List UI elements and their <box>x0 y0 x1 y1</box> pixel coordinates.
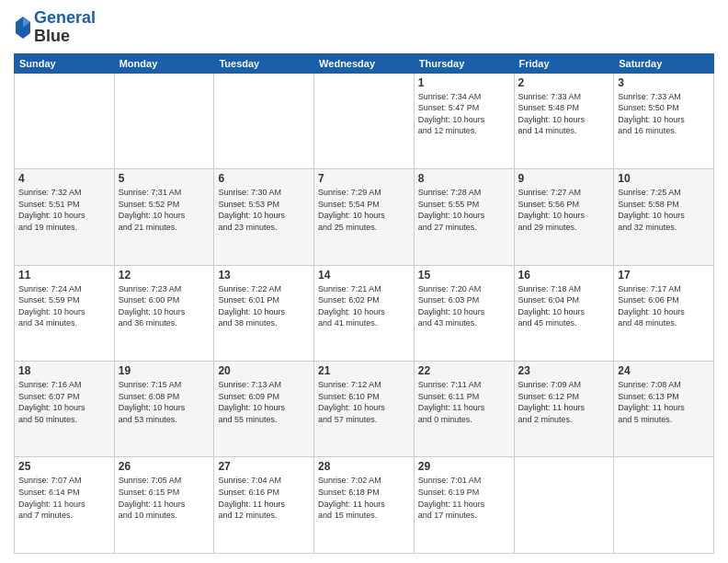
day-info: Sunrise: 7:08 AM Sunset: 6:13 PM Dayligh… <box>618 379 710 425</box>
day-number: 9 <box>518 172 610 185</box>
logo-icon <box>14 15 32 40</box>
weekday-header-wednesday: Wednesday <box>314 53 415 73</box>
calendar-cell: 16Sunrise: 7:18 AM Sunset: 6:04 PM Dayli… <box>514 265 614 361</box>
day-number: 17 <box>618 269 710 282</box>
calendar-cell: 5Sunrise: 7:31 AM Sunset: 5:52 PM Daylig… <box>114 169 214 265</box>
calendar-cell: 27Sunrise: 7:04 AM Sunset: 6:16 PM Dayli… <box>214 457 314 554</box>
calendar-cell: 10Sunrise: 7:25 AM Sunset: 5:58 PM Dayli… <box>614 169 714 265</box>
weekday-header-thursday: Thursday <box>414 53 514 73</box>
day-info: Sunrise: 7:13 AM Sunset: 6:09 PM Dayligh… <box>218 379 310 425</box>
day-number: 18 <box>18 364 110 377</box>
day-number: 12 <box>119 269 210 282</box>
page: General Blue SundayMondayTuesdayWednesda… <box>0 0 728 563</box>
calendar-cell: 13Sunrise: 7:22 AM Sunset: 6:01 PM Dayli… <box>214 265 314 361</box>
calendar-cell: 17Sunrise: 7:17 AM Sunset: 6:06 PM Dayli… <box>614 265 714 361</box>
day-info: Sunrise: 7:28 AM Sunset: 5:55 PM Dayligh… <box>418 187 510 233</box>
calendar-cell <box>214 73 314 168</box>
day-info: Sunrise: 7:21 AM Sunset: 6:02 PM Dayligh… <box>318 283 410 329</box>
calendar-cell: 22Sunrise: 7:11 AM Sunset: 6:11 PM Dayli… <box>414 362 514 457</box>
day-number: 13 <box>218 269 310 282</box>
calendar-cell: 25Sunrise: 7:07 AM Sunset: 6:14 PM Dayli… <box>15 457 115 554</box>
day-number: 26 <box>119 460 210 473</box>
day-info: Sunrise: 7:27 AM Sunset: 5:56 PM Dayligh… <box>518 187 610 233</box>
calendar-week-3: 11Sunrise: 7:24 AM Sunset: 5:59 PM Dayli… <box>15 265 714 361</box>
calendar-cell: 23Sunrise: 7:09 AM Sunset: 6:12 PM Dayli… <box>514 362 614 457</box>
calendar-cell <box>314 73 415 168</box>
calendar-cell: 29Sunrise: 7:01 AM Sunset: 6:19 PM Dayli… <box>414 457 514 554</box>
day-number: 5 <box>119 172 210 185</box>
day-info: Sunrise: 7:05 AM Sunset: 6:15 PM Dayligh… <box>119 475 210 521</box>
day-number: 29 <box>418 460 510 473</box>
calendar-cell: 15Sunrise: 7:20 AM Sunset: 6:03 PM Dayli… <box>414 265 514 361</box>
day-info: Sunrise: 7:33 AM Sunset: 5:50 PM Dayligh… <box>618 91 710 137</box>
calendar-week-2: 4Sunrise: 7:32 AM Sunset: 5:51 PM Daylig… <box>15 169 714 265</box>
weekday-header-friday: Friday <box>514 53 614 73</box>
calendar-cell: 26Sunrise: 7:05 AM Sunset: 6:15 PM Dayli… <box>114 457 214 554</box>
day-number: 6 <box>218 172 310 185</box>
day-number: 14 <box>318 269 410 282</box>
day-number: 10 <box>618 172 710 185</box>
day-info: Sunrise: 7:09 AM Sunset: 6:12 PM Dayligh… <box>518 379 610 425</box>
calendar-week-4: 18Sunrise: 7:16 AM Sunset: 6:07 PM Dayli… <box>15 362 714 457</box>
calendar-cell: 9Sunrise: 7:27 AM Sunset: 5:56 PM Daylig… <box>514 169 614 265</box>
calendar-table: SundayMondayTuesdayWednesdayThursdayFrid… <box>14 53 714 554</box>
day-info: Sunrise: 7:18 AM Sunset: 6:04 PM Dayligh… <box>518 283 610 329</box>
calendar-cell: 20Sunrise: 7:13 AM Sunset: 6:09 PM Dayli… <box>214 362 314 457</box>
day-info: Sunrise: 7:04 AM Sunset: 6:16 PM Dayligh… <box>218 475 310 521</box>
weekday-header-sunday: Sunday <box>15 53 115 73</box>
calendar-cell: 6Sunrise: 7:30 AM Sunset: 5:53 PM Daylig… <box>214 169 314 265</box>
header: General Blue <box>14 9 714 46</box>
calendar-cell: 8Sunrise: 7:28 AM Sunset: 5:55 PM Daylig… <box>414 169 514 265</box>
calendar-cell: 12Sunrise: 7:23 AM Sunset: 6:00 PM Dayli… <box>114 265 214 361</box>
day-info: Sunrise: 7:11 AM Sunset: 6:11 PM Dayligh… <box>418 379 510 425</box>
day-info: Sunrise: 7:31 AM Sunset: 5:52 PM Dayligh… <box>119 187 210 233</box>
logo-text: General Blue <box>34 9 96 46</box>
calendar-cell: 19Sunrise: 7:15 AM Sunset: 6:08 PM Dayli… <box>114 362 214 457</box>
day-number: 15 <box>418 269 510 282</box>
calendar-cell: 11Sunrise: 7:24 AM Sunset: 5:59 PM Dayli… <box>15 265 115 361</box>
calendar-cell: 28Sunrise: 7:02 AM Sunset: 6:18 PM Dayli… <box>314 457 415 554</box>
day-number: 19 <box>119 364 210 377</box>
calendar-week-1: 1Sunrise: 7:34 AM Sunset: 5:47 PM Daylig… <box>15 73 714 168</box>
day-info: Sunrise: 7:12 AM Sunset: 6:10 PM Dayligh… <box>318 379 410 425</box>
day-number: 20 <box>218 364 310 377</box>
day-info: Sunrise: 7:25 AM Sunset: 5:58 PM Dayligh… <box>618 187 710 233</box>
day-info: Sunrise: 7:02 AM Sunset: 6:18 PM Dayligh… <box>318 475 410 521</box>
day-number: 24 <box>618 364 710 377</box>
calendar-cell <box>514 457 614 554</box>
day-number: 25 <box>18 460 110 473</box>
calendar-cell: 2Sunrise: 7:33 AM Sunset: 5:48 PM Daylig… <box>514 73 614 168</box>
calendar-cell: 14Sunrise: 7:21 AM Sunset: 6:02 PM Dayli… <box>314 265 415 361</box>
day-info: Sunrise: 7:17 AM Sunset: 6:06 PM Dayligh… <box>618 283 710 329</box>
logo: General Blue <box>14 9 96 46</box>
calendar-cell: 21Sunrise: 7:12 AM Sunset: 6:10 PM Dayli… <box>314 362 415 457</box>
day-info: Sunrise: 7:01 AM Sunset: 6:19 PM Dayligh… <box>418 475 510 521</box>
calendar-cell: 4Sunrise: 7:32 AM Sunset: 5:51 PM Daylig… <box>15 169 115 265</box>
day-info: Sunrise: 7:22 AM Sunset: 6:01 PM Dayligh… <box>218 283 310 329</box>
calendar-cell: 3Sunrise: 7:33 AM Sunset: 5:50 PM Daylig… <box>614 73 714 168</box>
calendar-cell <box>114 73 214 168</box>
day-number: 3 <box>618 76 710 89</box>
day-number: 1 <box>418 76 510 89</box>
day-number: 22 <box>418 364 510 377</box>
calendar-cell: 1Sunrise: 7:34 AM Sunset: 5:47 PM Daylig… <box>414 73 514 168</box>
day-number: 8 <box>418 172 510 185</box>
day-number: 28 <box>318 460 410 473</box>
day-info: Sunrise: 7:15 AM Sunset: 6:08 PM Dayligh… <box>119 379 210 425</box>
day-info: Sunrise: 7:30 AM Sunset: 5:53 PM Dayligh… <box>218 187 310 233</box>
day-number: 21 <box>318 364 410 377</box>
day-info: Sunrise: 7:07 AM Sunset: 6:14 PM Dayligh… <box>18 475 110 521</box>
day-number: 23 <box>518 364 610 377</box>
weekday-header-tuesday: Tuesday <box>214 53 314 73</box>
calendar-cell: 18Sunrise: 7:16 AM Sunset: 6:07 PM Dayli… <box>15 362 115 457</box>
calendar-cell: 24Sunrise: 7:08 AM Sunset: 6:13 PM Dayli… <box>614 362 714 457</box>
calendar-cell <box>614 457 714 554</box>
weekday-header-monday: Monday <box>114 53 214 73</box>
day-number: 2 <box>518 76 610 89</box>
day-number: 16 <box>518 269 610 282</box>
day-number: 4 <box>18 172 110 185</box>
day-info: Sunrise: 7:32 AM Sunset: 5:51 PM Dayligh… <box>18 187 110 233</box>
calendar-cell <box>15 73 115 168</box>
weekday-header-saturday: Saturday <box>614 53 714 73</box>
day-number: 11 <box>18 269 110 282</box>
